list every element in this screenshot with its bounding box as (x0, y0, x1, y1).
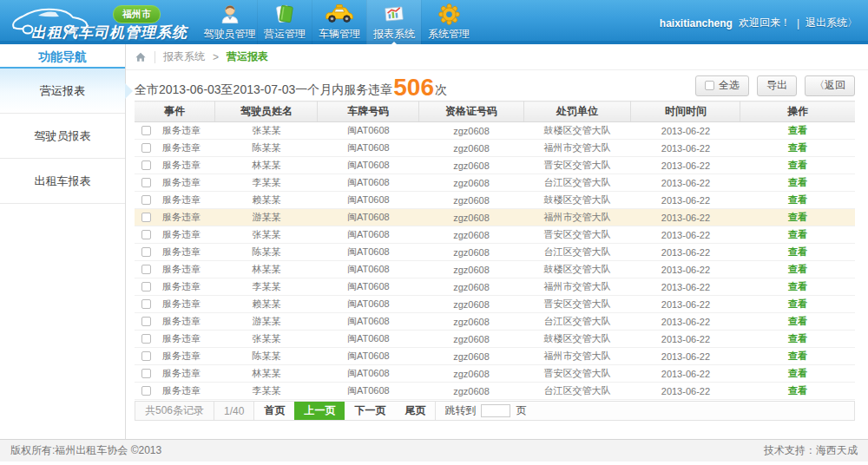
view-link[interactable]: 查看 (788, 212, 807, 222)
sidebar: 功能导航 营运报表 驾驶员报表 出租车报表 (0, 44, 126, 439)
select-all-button[interactable]: 全选 (695, 75, 749, 96)
table-body: 服务违章 张某某 闽AT0608 zgz0608 鼓楼区交管大队 2013-06… (135, 122, 855, 400)
row-checkbox[interactable] (141, 247, 151, 257)
nav-tab-vehicle-management[interactable]: 车辆管理 (312, 0, 366, 44)
table-header-row: 事件 驾驶员姓名 车牌号码 资格证号码 处罚单位 时间时间 操作 (135, 102, 855, 122)
row-checkbox[interactable] (141, 160, 151, 170)
event-cell: 服务违章 (162, 298, 201, 309)
row-checkbox[interactable] (141, 213, 151, 222)
plate-cell: 闽AT0608 (318, 244, 419, 261)
driver-icon (219, 3, 241, 25)
jump-label: 跳转到 (444, 403, 476, 418)
prev-page-button[interactable]: 上一页 (294, 402, 345, 420)
user-separator: | (797, 17, 799, 29)
view-link[interactable]: 查看 (788, 264, 807, 274)
page-indicator: 1/40 (214, 402, 254, 420)
row-checkbox[interactable] (141, 282, 151, 291)
view-link[interactable]: 查看 (788, 333, 807, 344)
unit-cell: 台江区交管大队 (523, 244, 631, 261)
select-all-checkbox[interactable] (705, 81, 714, 90)
date-cell: 2013-06-22 (631, 296, 740, 313)
row-checkbox[interactable] (141, 230, 151, 239)
event-cell: 服务违章 (162, 229, 201, 239)
toolbar: 全市2013-06-03至2013-07-03一个月内服务违章506次 全选 导… (126, 70, 868, 101)
row-checkbox[interactable] (141, 195, 151, 205)
main-nav: 驾驶员管理 营运管理 (202, 0, 476, 44)
jump-suffix: 页 (516, 403, 526, 418)
view-link[interactable]: 查看 (788, 125, 807, 135)
driver-name-cell: 陈某某 (215, 140, 318, 157)
violations-table: 事件 驾驶员姓名 车牌号码 资格证号码 处罚单位 时间时间 操作 服务违章 张某… (135, 101, 855, 400)
toolbar-buttons: 全选 导出 〈返回 (687, 75, 855, 96)
cert-cell: zgz0608 (419, 331, 523, 348)
sidebar-item-taxi-report[interactable]: 出租车报表 (0, 159, 125, 204)
col-header-plate: 车牌号码 (318, 102, 419, 122)
view-link[interactable]: 查看 (788, 368, 807, 378)
driver-name-cell: 张某某 (215, 122, 318, 140)
cert-cell: zgz0608 (419, 226, 523, 244)
driver-name-cell: 林某某 (215, 365, 318, 383)
row-checkbox[interactable] (141, 299, 151, 309)
row-checkbox[interactable] (141, 369, 151, 378)
date-cell: 2013-06-22 (631, 174, 740, 192)
col-header-driver-name: 驾驶员姓名 (215, 102, 318, 122)
view-link[interactable]: 查看 (788, 281, 807, 291)
row-checkbox[interactable] (141, 178, 151, 187)
table-row: 服务违章 游某某 闽AT0608 zgz0608 台江区交管大队 2013-06… (135, 313, 855, 331)
view-link[interactable]: 查看 (788, 316, 807, 326)
home-icon[interactable] (135, 51, 147, 63)
main-area: 功能导航 营运报表 驾驶员报表 出租车报表 报表系统 > 营运报表 全市2013… (0, 44, 868, 439)
nav-tab-driver-management[interactable]: 驾驶员管理 (202, 0, 257, 44)
nav-tab-operations-management[interactable]: 营运管理 (257, 0, 312, 44)
row-checkbox[interactable] (141, 334, 151, 344)
view-link[interactable]: 查看 (788, 385, 807, 396)
driver-name-cell: 张某某 (215, 331, 318, 348)
breadcrumb-parent[interactable]: 报表系统 (163, 49, 205, 64)
driver-name-cell: 张某某 (215, 226, 318, 244)
view-link[interactable]: 查看 (788, 194, 807, 205)
back-button[interactable]: 〈返回 (805, 75, 855, 96)
view-link[interactable]: 查看 (788, 350, 807, 361)
top-header: 出租汽车司机管理系统 福州市 驾驶员管理 (0, 0, 868, 44)
view-link[interactable]: 查看 (788, 160, 807, 170)
row-checkbox[interactable] (141, 317, 151, 326)
page-title: 全市2013-06-03至2013-07-03一个月内服务违章506次 (135, 74, 447, 98)
unit-cell: 福州市交管大队 (523, 278, 631, 296)
date-cell: 2013-06-22 (631, 244, 740, 261)
nav-tab-report-system[interactable]: 报表系统 (366, 0, 421, 44)
view-link[interactable]: 查看 (788, 246, 807, 257)
col-header-unit: 处罚单位 (523, 102, 631, 122)
row-checkbox[interactable] (141, 351, 151, 361)
unit-cell: 台江区交管大队 (523, 383, 631, 400)
export-button[interactable]: 导出 (757, 75, 797, 96)
unit-cell: 鼓楼区交管大队 (523, 192, 631, 209)
unit-cell: 鼓楼区交管大队 (523, 261, 631, 278)
row-checkbox[interactable] (141, 265, 151, 274)
view-link[interactable]: 查看 (788, 177, 807, 187)
row-checkbox[interactable] (141, 126, 151, 135)
sidebar-item-operations-report[interactable]: 营运报表 (0, 69, 125, 114)
logo: 出租汽车司机管理系统 福州市 (0, 0, 200, 44)
first-page-button[interactable]: 首页 (254, 402, 294, 420)
table-row: 服务违章 陈某某 闽AT0608 zgz0608 台江区交管大队 2013-06… (135, 244, 855, 261)
view-link[interactable]: 查看 (788, 142, 807, 153)
row-checkbox[interactable] (141, 143, 151, 153)
driver-name-cell: 陈某某 (215, 348, 318, 365)
logout-link[interactable]: 退出系统〉 (806, 16, 858, 30)
plate-cell: 闽AT0608 (318, 383, 419, 400)
cert-cell: zgz0608 (419, 365, 523, 383)
footer: 版权所有:福州出租车协会 ©2013 技术支持：海西天成 (0, 439, 868, 462)
view-link[interactable]: 查看 (788, 298, 807, 309)
date-cell: 2013-06-22 (631, 122, 740, 140)
row-checkbox[interactable] (141, 386, 151, 396)
cert-cell: zgz0608 (419, 348, 523, 365)
view-link[interactable]: 查看 (788, 229, 807, 239)
last-page-button[interactable]: 尾页 (395, 402, 435, 420)
table-row: 服务违章 李某某 闽AT0608 zgz0608 台江区交管大队 2013-06… (135, 383, 855, 400)
sidebar-item-driver-report[interactable]: 驾驶员报表 (0, 114, 125, 159)
page-jump-input[interactable] (481, 404, 510, 417)
nav-tab-system-management[interactable]: 系统管理 (421, 0, 476, 44)
next-page-button[interactable]: 下一页 (345, 402, 395, 420)
username: haixitiancheng (660, 17, 733, 29)
system-icon (437, 3, 461, 25)
